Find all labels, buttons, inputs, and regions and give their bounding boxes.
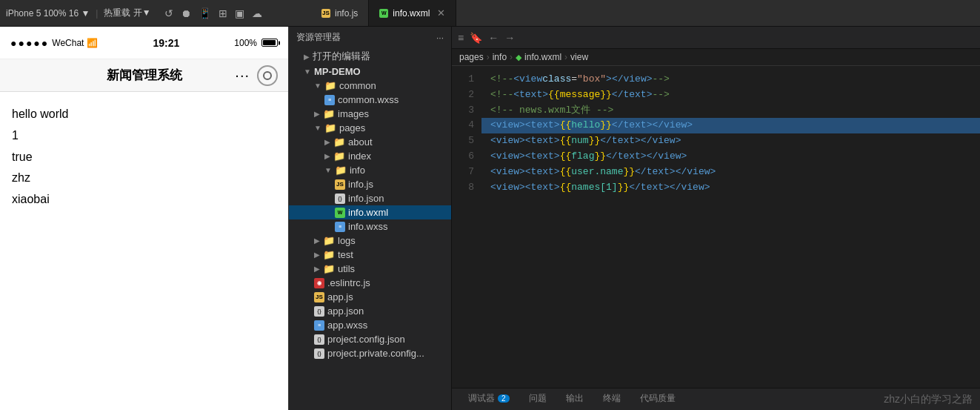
breadcrumb-pages[interactable]: pages [459, 52, 484, 62]
sidebar-item-project[interactable]: MP-DEMO [289, 65, 451, 79]
record-inner-icon [263, 71, 272, 80]
sidebar-item-common[interactable]: 📁 common [289, 79, 451, 93]
sidebar-item-index[interactable]: 📁 index [289, 149, 451, 163]
sidebar-menu-icon[interactable]: ··· [436, 33, 444, 43]
phone-nav-bar: 新闻管理系统 ··· [0, 59, 288, 92]
phone-content: hello world 1 true zhz xiaobai [0, 92, 288, 410]
grid-icon[interactable]: ⊞ [219, 7, 227, 19]
layout-icon[interactable]: ▣ [235, 7, 244, 19]
code-comment-2b: --> [652, 87, 669, 103]
phone-status-left: ●●●●● WeChat 📶 [10, 37, 98, 49]
watermark: zhz小白的学习之路 [884, 393, 973, 406]
code-mustache-7b: }} [623, 165, 635, 180]
code-comment-1b: --> [653, 72, 670, 87]
info-json-label: info.json [348, 193, 384, 204]
sidebar-item-info-js[interactable]: JS info.js [289, 177, 451, 191]
sidebar-item-test[interactable]: 📁 test [289, 248, 451, 262]
project-private-label: project.private.config... [327, 348, 424, 359]
sidebar-item-info-wxml[interactable]: W info.wxml [289, 205, 451, 219]
code-comment-3: <!-- news.wxml文件 --> [490, 103, 613, 119]
phone-icon[interactable]: 📱 [199, 7, 211, 19]
hot-reload-label[interactable]: 热重载 开▼ [104, 7, 150, 19]
code-attr-1: class [542, 72, 571, 87]
code-tag-4b: </text></view> [612, 118, 693, 133]
debugger-badge: 2 [498, 394, 510, 403]
npm-icon: ◉ [314, 278, 324, 288]
refresh-icon[interactable]: ↺ [164, 7, 173, 19]
sidebar-item-utils[interactable]: 📁 utils [289, 262, 451, 276]
sidebar-item-app-js[interactable]: JS app.js [289, 290, 451, 304]
sidebar-item-eslintrc[interactable]: ◉ .eslintrc.js [289, 276, 451, 290]
code-mustache-8b: }} [618, 180, 630, 196]
list-icon[interactable]: ≡ [458, 32, 464, 44]
code-tag-5a: <view><text> [490, 133, 560, 149]
sidebar-item-images[interactable]: 📁 images [289, 107, 451, 121]
content-line-1: hello world [12, 104, 276, 125]
tab-label-info-wxml: info.wxml [393, 8, 430, 19]
common-label: common [339, 80, 376, 91]
record-icon[interactable]: ⏺ [181, 7, 191, 19]
editor-content[interactable]: 1 2 3 4 5 6 7 8 <!-- <view class = "box"… [452, 66, 980, 388]
chevron-down-icon [314, 82, 321, 90]
code-mustache-5: {{ [560, 133, 572, 149]
sidebar-item-common-wxss[interactable]: ≡ common.wxss [289, 93, 451, 107]
bookmark-icon[interactable]: 🔖 [470, 32, 482, 44]
code-line-8: <view><text> {{ names[1] }} </text></vie… [481, 180, 980, 196]
info-js-label: info.js [348, 179, 373, 190]
breadcrumb-info[interactable]: info [493, 52, 507, 62]
sidebar-item-open-editors[interactable]: 打开的编辑器 [289, 48, 451, 65]
sidebar-item-project-config[interactable]: {} project.config.json [289, 332, 451, 346]
sidebar-item-logs[interactable]: 📁 logs [289, 234, 451, 248]
line-num-5: 5 [452, 133, 481, 149]
code-tag-2b: </text> [612, 87, 653, 103]
about-label: about [348, 136, 373, 148]
chevron-right-icon [324, 152, 330, 160]
line-num-1: 1 [452, 72, 481, 87]
sidebar-item-pages[interactable]: 📁 pages [289, 121, 451, 135]
tab-close-icon[interactable]: ✕ [437, 7, 445, 19]
cloud-icon[interactable]: ☁ [252, 7, 262, 19]
bottom-tab-problems[interactable]: 问题 [520, 388, 556, 410]
folder-icon-utils: 📁 [323, 263, 335, 274]
code-mustache-6: {{ [560, 149, 572, 165]
sidebar-item-info[interactable]: 📁 info [289, 163, 451, 177]
sidebar-item-app-json[interactable]: {} app.json [289, 304, 451, 318]
logs-label: logs [338, 235, 356, 246]
code-tag-8b: </text></view> [629, 180, 710, 196]
back-icon[interactable]: ← [488, 32, 499, 44]
tab-info-wxml[interactable]: W info.wxml ✕ [369, 0, 456, 26]
tab-info-js[interactable]: JS info.js [311, 0, 369, 26]
breadcrumb-file-icon: ◆ [516, 53, 521, 62]
phone-status-right: 100% [234, 38, 278, 48]
nav-record-button[interactable] [257, 65, 278, 86]
folder-icon-info: 📁 [335, 165, 347, 176]
pages-label: pages [339, 122, 365, 133]
forward-icon[interactable]: → [504, 32, 515, 44]
carrier-label: WeChat [52, 38, 84, 48]
resource-manager-label: 资源管理器 [296, 31, 341, 44]
nav-more-icon[interactable]: ··· [235, 67, 250, 84]
signal-dots: ●●●●● [10, 37, 49, 49]
sidebar-item-about[interactable]: 📁 about [289, 135, 451, 149]
bottom-tab-debugger[interactable]: 调试器 2 [459, 388, 519, 410]
code-mustache-2: {{message}} [548, 87, 612, 103]
bottom-tab-terminal[interactable]: 终端 [594, 388, 630, 410]
code-key-4: hello [571, 118, 600, 133]
bottom-tab-output[interactable]: 输出 [557, 388, 593, 410]
bottom-tab-quality[interactable]: 代码质量 [631, 388, 684, 410]
line-numbers: 1 2 3 4 5 6 7 8 [452, 66, 481, 388]
code-str-1: "box" [577, 72, 606, 87]
device-label[interactable]: iPhone 5 100% 16 ▼ [6, 8, 90, 19]
wxss-icon: ≡ [324, 95, 335, 105]
folder-icon-about: 📁 [333, 136, 345, 148]
tab-label-info-js: info.js [335, 8, 358, 19]
sidebar-item-app-wxss[interactable]: ≡ app.wxss [289, 318, 451, 332]
sidebar-item-info-json[interactable]: {} info.json [289, 191, 451, 205]
chevron-down-icon [314, 124, 321, 132]
sidebar-item-project-private[interactable]: {} project.private.config... [289, 346, 451, 360]
index-label: index [348, 151, 371, 162]
breadcrumb-info-wxml[interactable]: info.wxml [524, 52, 561, 62]
code-line-4: <view><text> {{ hello }} </text></view> [481, 118, 980, 133]
breadcrumb-view[interactable]: view [570, 52, 588, 62]
sidebar-item-info-wxss[interactable]: ≡ info.wxss [289, 219, 451, 234]
